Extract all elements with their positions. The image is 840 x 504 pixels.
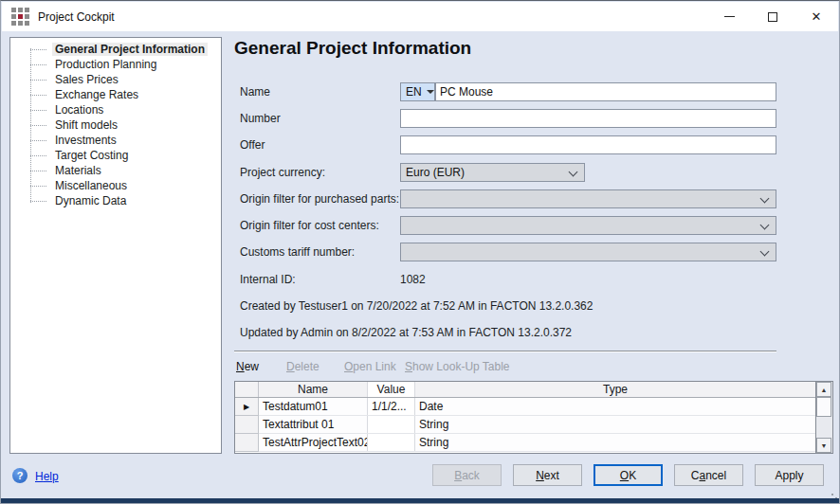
column-header-type[interactable]: Type — [415, 382, 815, 397]
show-lookup-table-button[interactable]: Show Look-Up Table — [405, 360, 510, 373]
name-label: Name — [240, 82, 270, 101]
scroll-down-button[interactable]: ▼ — [816, 438, 831, 453]
help-icon[interactable]: ? — [12, 468, 27, 483]
tree-item-materials[interactable]: Materials — [10, 163, 104, 178]
table-row[interactable]: Textattribut 01 String — [235, 416, 815, 434]
app-grid-icon — [11, 8, 29, 26]
cancel-button[interactable]: Cancel — [674, 464, 743, 486]
created-by-text: Created by Testuser1 on 7/20/2022 at 7:5… — [240, 299, 593, 313]
customs-tariff-label: Customs tariff number: — [240, 243, 355, 261]
arrow-down-icon: ▼ — [821, 442, 828, 449]
tree-item-production-planning[interactable]: Production Planning — [10, 57, 159, 72]
row-selector[interactable]: ▶ — [235, 398, 259, 416]
row-selector[interactable] — [235, 416, 259, 434]
number-input[interactable] — [400, 109, 776, 128]
tree-item-miscellaneous[interactable]: Miscellaneous — [10, 178, 130, 193]
minimize-icon — [724, 16, 735, 17]
origin-filter-purchased-select[interactable] — [400, 189, 776, 208]
tree-item-shift-models[interactable]: Shift models — [10, 117, 120, 133]
window-title: Project Cockpit — [38, 10, 115, 24]
project-currency-value: Euro (EUR) — [406, 166, 465, 179]
internal-id-label: Internal ID: — [240, 270, 296, 289]
table-row[interactable]: ▶ Testdatum01 1/1/2... Date — [235, 398, 815, 416]
table-scrollbar[interactable]: ▲ ▼ — [816, 381, 833, 454]
back-button[interactable]: Back — [432, 464, 502, 486]
attr-value-cell[interactable] — [368, 434, 415, 451]
chevron-down-icon — [760, 194, 770, 204]
project-currency-label: Project currency: — [240, 163, 325, 182]
chevron-down-icon — [760, 221, 770, 230]
open-link-button[interactable]: Open Link — [344, 360, 396, 373]
tree-item-general-project-information[interactable]: General Project Information — [10, 42, 208, 57]
resize-grip[interactable] — [831, 494, 833, 495]
section-tree: General Project Information Production P… — [9, 37, 222, 454]
language-combo-value: EN — [406, 85, 422, 99]
tree-item-locations[interactable]: Locations — [10, 102, 106, 117]
project-currency-select[interactable]: Euro (EUR) — [400, 163, 585, 182]
offer-input[interactable] — [400, 135, 776, 154]
attr-type-cell: String — [415, 416, 815, 433]
tree-item-investments[interactable]: Investments — [10, 133, 119, 148]
maximize-button[interactable] — [751, 2, 794, 31]
customs-tariff-select[interactable] — [400, 243, 776, 261]
number-label: Number — [240, 109, 281, 128]
origin-filter-cost-select[interactable] — [400, 216, 776, 235]
table-header-row: Name Value Type — [235, 382, 815, 398]
dropdown-arrow-icon — [427, 90, 434, 94]
ok-button[interactable]: OK — [593, 464, 663, 486]
tree-item-dynamic-data[interactable]: Dynamic Data — [10, 193, 129, 208]
minimize-button[interactable] — [707, 2, 751, 31]
new-button[interactable]: New — [236, 360, 259, 373]
titlebar: Project Cockpit ✕ — [2, 2, 838, 31]
attr-name-cell[interactable]: Textattribut 01 — [259, 416, 368, 433]
name-input[interactable] — [435, 82, 776, 101]
column-header-value[interactable]: Value — [368, 382, 415, 397]
row-selector-header — [235, 382, 259, 397]
chevron-down-icon — [760, 247, 770, 257]
attributes-table: Name Value Type ▶ Testdatum01 1/1/2... D… — [234, 381, 816, 454]
row-selector[interactable] — [235, 434, 259, 452]
separator-line — [234, 351, 776, 352]
attr-type-cell: String — [415, 434, 815, 451]
window-bottom-border — [1, 498, 839, 503]
help-link[interactable]: Help — [35, 470, 59, 483]
origin-filter-cost-label: Origin filter for cost centers: — [240, 216, 379, 235]
language-combo[interactable]: EN — [400, 82, 435, 101]
attr-name-cell[interactable]: TestAttrProjectText02 — [259, 434, 368, 451]
next-button[interactable]: Next — [513, 464, 582, 486]
attr-value-cell[interactable]: 1/1/2... — [368, 398, 415, 415]
apply-button[interactable]: Apply — [755, 464, 824, 486]
close-button[interactable]: ✕ — [794, 2, 838, 31]
scrollbar-thumb[interactable] — [816, 397, 831, 417]
project-cockpit-dialog: Project Cockpit ✕ General Project Inform… — [0, 0, 840, 504]
page-title: General Project Information — [234, 38, 471, 59]
origin-filter-purchased-label: Origin filter for purchased parts: — [240, 189, 399, 208]
attr-name-cell[interactable]: Testdatum01 — [259, 398, 368, 415]
arrow-up-icon: ▲ — [821, 387, 828, 393]
current-row-arrow-icon: ▶ — [244, 403, 249, 411]
tree-item-exchange-rates[interactable]: Exchange Rates — [10, 87, 141, 102]
chevron-down-icon — [569, 168, 578, 177]
delete-button[interactable]: Delete — [286, 360, 320, 373]
tree-item-target-costing[interactable]: Target Costing — [10, 148, 131, 163]
tree-item-sales-prices[interactable]: Sales Prices — [10, 72, 121, 87]
close-icon: ✕ — [812, 10, 822, 23]
column-header-name[interactable]: Name — [259, 382, 368, 397]
maximize-icon — [768, 12, 777, 22]
scroll-up-button[interactable]: ▲ — [816, 382, 831, 397]
table-row[interactable]: TestAttrProjectText02 String — [235, 434, 815, 452]
offer-label: Offer — [240, 135, 265, 154]
attr-type-cell: Date — [415, 398, 815, 415]
attr-value-cell[interactable] — [368, 416, 415, 433]
updated-by-text: Updated by Admin on 8/2/2022 at 7:53 AM … — [240, 326, 572, 339]
internal-id-value: 1082 — [400, 270, 426, 289]
